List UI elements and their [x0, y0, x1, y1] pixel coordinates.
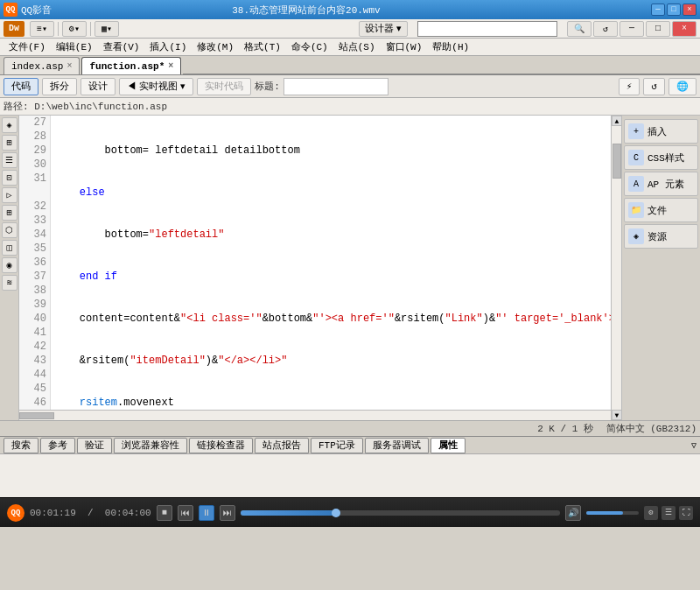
- player-settings-icon[interactable]: ⚙: [644, 506, 658, 520]
- designer-label: 设计器 ▾: [365, 22, 402, 35]
- close-button[interactable]: ×: [682, 4, 696, 16]
- toolbar-refresh-btn[interactable]: ↺: [593, 21, 618, 37]
- design-view-btn[interactable]: 设计: [80, 78, 116, 95]
- player-stop-btn[interactable]: ■: [157, 505, 172, 521]
- menu-view[interactable]: 查看(V): [98, 39, 145, 54]
- left-icon-2[interactable]: ⊞: [2, 135, 18, 151]
- code-area[interactable]: 27 28 29 30 31 32 33 34 35 36 37 38 39 4…: [19, 116, 611, 410]
- ln-46: 46: [19, 396, 50, 410]
- bottom-tab-search[interactable]: 搜索: [4, 438, 38, 453]
- menubar: 文件(F) 编辑(E) 查看(V) 插入(I) 修改(M) 格式(T) 命令(C…: [0, 39, 700, 56]
- ap-panel-btn[interactable]: A AP 元素: [624, 172, 698, 196]
- toolbar-close-btn[interactable]: ×: [672, 21, 696, 37]
- toolbar-minimize-btn[interactable]: ─: [620, 21, 644, 37]
- insert-panel-btn[interactable]: + 插入: [624, 119, 698, 144]
- player-time-current: 00:01:19: [30, 508, 76, 518]
- toolbar-view-btn[interactable]: ▦▾: [94, 21, 119, 37]
- player-volume-btn[interactable]: 🔊: [565, 505, 581, 521]
- title-input[interactable]: [284, 78, 388, 95]
- menu-format[interactable]: 格式(T): [239, 39, 286, 54]
- left-icon-4[interactable]: ⊡: [2, 170, 18, 186]
- menu-window[interactable]: 窗口(W): [381, 39, 428, 54]
- left-icon-8[interactable]: ◫: [2, 240, 18, 256]
- toolbar-restore-btn[interactable]: □: [646, 21, 670, 37]
- resources-panel-btn[interactable]: ◈ 资源: [624, 224, 698, 249]
- left-icon-5[interactable]: ▷: [2, 187, 18, 203]
- tab-function-label: function.asp*: [89, 61, 164, 72]
- code-view-btn[interactable]: 代码: [4, 78, 38, 95]
- line-numbers: 27 28 29 30 31 32 33 34 35 36 37 38 39 4…: [19, 116, 51, 410]
- horizontal-scrollbar[interactable]: [19, 410, 611, 420]
- player-volume[interactable]: [586, 511, 639, 515]
- player-bar: QQ 00:01:19 / 00:04:00 ■ ⏮ ⏸ ⏭ 🔊 ⚙ ☰ ⛶: [0, 497, 700, 527]
- h-scroll-track[interactable]: [19, 411, 611, 420]
- menu-edit[interactable]: 编辑(E): [51, 39, 98, 54]
- bottom-tab-validate[interactable]: 验证: [77, 438, 112, 453]
- ln-41: 41: [19, 326, 50, 340]
- refresh-btn[interactable]: ↺: [643, 78, 665, 95]
- code-content[interactable]: bottom= leftdetail detailbottom else bot…: [51, 116, 611, 410]
- code-line-32: rsitem.movenext: [54, 396, 607, 410]
- bottom-panel-collapse-icon[interactable]: ▽: [691, 440, 696, 451]
- bottom-tab-sitereport[interactable]: 站点报告: [255, 438, 309, 453]
- minimize-button[interactable]: ─: [651, 4, 665, 16]
- bottom-tabs: 搜索 参考 验证 浏览器兼容性 链接检查器 站点报告 FTP记录 服务器调试 属…: [0, 436, 700, 453]
- code-hints-btn[interactable]: ⚡: [619, 78, 640, 95]
- design-view-label: 设计: [88, 80, 108, 93]
- bottom-tab-browser[interactable]: 浏览器兼容性: [114, 438, 187, 453]
- left-icon-7[interactable]: ⬡: [2, 222, 18, 238]
- toolbar-search-btn[interactable]: 🔍: [567, 21, 592, 37]
- menu-modify[interactable]: 修改(M): [192, 39, 239, 54]
- toolbar-file-btn[interactable]: ≡▾: [30, 21, 54, 37]
- split-view-btn[interactable]: 拆分: [42, 78, 77, 95]
- realtime-code-btn[interactable]: 实时代码: [197, 78, 251, 95]
- search-input[interactable]: [417, 21, 557, 37]
- player-prev-btn[interactable]: ⏮: [178, 505, 193, 521]
- player-progress[interactable]: [241, 510, 560, 516]
- bottom-tab-server[interactable]: 服务器调试: [365, 438, 429, 453]
- v-scroll-thumb[interactable]: [612, 144, 621, 179]
- ln-28: 28: [19, 130, 50, 144]
- left-icon-9[interactable]: ◉: [2, 257, 18, 273]
- player-play-btn[interactable]: ⏸: [199, 505, 214, 521]
- realtime-code-label: 实时代码: [205, 80, 243, 93]
- insert-label: 插入: [648, 125, 667, 138]
- bottom-tab-attrs[interactable]: 属性: [430, 438, 466, 453]
- designer-button[interactable]: 设计器 ▾: [359, 21, 408, 37]
- ln-38: 38: [19, 284, 50, 298]
- tab-index[interactable]: index.asp ×: [4, 57, 80, 74]
- right-panel: + 插入 C CSS样式 A AP 元素 📁 文件 ◈ 资源: [621, 116, 700, 420]
- files-panel-btn[interactable]: 📁 文件: [624, 198, 698, 222]
- menu-help[interactable]: 帮助(H): [427, 39, 474, 54]
- menu-file[interactable]: 文件(F): [4, 39, 51, 54]
- bottom-tab-ftp[interactable]: FTP记录: [311, 438, 363, 453]
- left-icon-1[interactable]: ◈: [2, 117, 18, 133]
- tab-index-close[interactable]: ×: [66, 61, 72, 71]
- maximize-button[interactable]: □: [667, 4, 681, 16]
- tab-function[interactable]: function.asp* ×: [81, 57, 181, 74]
- v-scroll-track[interactable]: [612, 126, 621, 410]
- menu-site[interactable]: 站点(S): [333, 39, 381, 54]
- left-icon-3[interactable]: ☰: [2, 152, 18, 168]
- left-icon-10[interactable]: ≋: [2, 275, 18, 291]
- realtime-view-btn[interactable]: ◀ 实时视图 ▾: [119, 78, 193, 95]
- ln-31b: [19, 186, 50, 200]
- bottom-tab-ref[interactable]: 参考: [40, 438, 75, 453]
- left-icon-6[interactable]: ⊞: [2, 205, 18, 221]
- menu-command[interactable]: 命令(C): [286, 39, 333, 54]
- h-scroll-thumb[interactable]: [19, 412, 54, 419]
- player-fullscreen-icon[interactable]: ⛶: [679, 506, 693, 520]
- vertical-scrollbar[interactable]: ▲ ▼: [611, 116, 621, 420]
- player-list-icon[interactable]: ☰: [662, 506, 676, 520]
- window-title: 38.动态管理网站前台内容20.wmv: [232, 4, 380, 17]
- toolbar-manage-btn[interactable]: ⚙▾: [62, 21, 87, 37]
- menu-insert[interactable]: 插入(I): [144, 39, 192, 54]
- css-panel-btn[interactable]: C CSS样式: [624, 145, 698, 170]
- browser-preview-btn[interactable]: 🌐: [668, 78, 696, 95]
- path-bar: 路径: D:\web\inc\function.asp: [0, 98, 700, 116]
- ln-44: 44: [19, 368, 50, 382]
- player-next-btn[interactable]: ⏭: [220, 505, 235, 521]
- tab-function-close[interactable]: ×: [168, 61, 173, 71]
- bottom-tab-links[interactable]: 链接检查器: [189, 438, 253, 453]
- code-editor[interactable]: 27 28 29 30 31 32 33 34 35 36 37 38 39 4…: [19, 116, 611, 420]
